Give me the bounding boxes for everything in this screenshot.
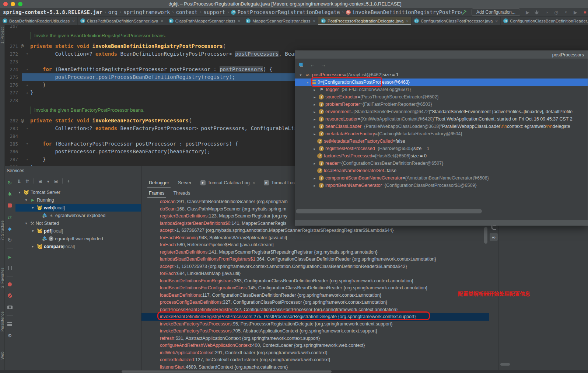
stack-frame-row[interactable]: registerBeanDefinitions:141, MapperScann…: [141, 249, 489, 256]
tab-classpathbeandefinitionscanner-java[interactable]: CClassPathBeanDefinitionScanner.java×: [78, 17, 166, 25]
breadcrumb-item[interactable]: minvokeBeanDefinitionRegistryPostProcess…: [346, 8, 462, 16]
stack-frame-row[interactable]: forEach:580, ReferencePipeline$Head {jav…: [141, 241, 489, 249]
tab-beandefinitionreaderutils-class[interactable]: CBeanDefinitionReaderUtils.class×: [0, 17, 78, 25]
stack-frame-row[interactable]: accept:-1, 1310725973 {org.springframewo…: [141, 263, 489, 271]
fold-marker-icon[interactable]: ▴: [26, 156, 28, 163]
fold-marker-icon[interactable]: ▾: [26, 125, 28, 132]
group-button[interactable]: ⊞: [38, 178, 42, 184]
variable-row[interactable]: ▾∞postProcessors = {ArrayList@6462} size…: [295, 71, 588, 79]
close-icon[interactable]: ×: [72, 19, 74, 23]
stack-frame-row[interactable]: invokeBeanFactoryPostProcessors:95, Post…: [141, 321, 489, 328]
fold-marker-icon[interactable]: ▾: [26, 140, 28, 148]
expand-button[interactable]: ⇊: [17, 178, 21, 184]
close-icon[interactable]: ×: [313, 19, 315, 23]
variable-row[interactable]: flocalBeanNameGeneratorSet = false: [295, 167, 588, 174]
close-icon[interactable]: ×: [238, 19, 240, 23]
filter-button[interactable]: ▼: [46, 178, 50, 184]
stack-frame-row[interactable]: refresh:531, AbstractApplicationContext …: [141, 335, 489, 342]
settings-button[interactable]: ⚙: [8, 332, 12, 339]
plus-button[interactable]: +: [67, 178, 70, 184]
variable-row[interactable]: fsetMetadataReaderFactoryCalled = false: [295, 137, 588, 145]
breadcrumb-item[interactable]: context: [176, 8, 197, 16]
refresh-button[interactable]: ↻: [8, 237, 12, 243]
services-tree-row[interactable]: ∗egrantweb:war exploded: [15, 212, 141, 219]
pause-button[interactable]: [8, 265, 12, 271]
stack-frame-row[interactable]: initWebApplicationContext:291, ContextLo…: [141, 349, 489, 357]
rerun-debug-button[interactable]: [7, 191, 12, 198]
tab-mapperscannerregistrar-class[interactable]: CMapperScannerRegistrar.class×: [243, 17, 318, 25]
services-tree-row[interactable]: ▾⚒Not Started: [15, 219, 141, 227]
caret-icon[interactable]: ▾: [563, 10, 569, 14]
code-line[interactable]: 267: [5, 25, 588, 30]
tool-window-button-2-favorites[interactable]: 2: Favorites: [0, 268, 5, 288]
play-icon[interactable]: ▶: [525, 10, 531, 15]
variable-row[interactable]: ▸fimportBeanNameGenerator = {Configurati…: [295, 182, 588, 189]
services-tree-row[interactable]: ▾web [local]: [15, 204, 141, 212]
tab-classpathmapperscanner-class[interactable]: CClassPathMapperScanner.class×: [166, 17, 243, 25]
variable-row[interactable]: ▾0 = {ConfigurationClassPostProcessor@64…: [295, 79, 588, 86]
services-tree-row[interactable]: ▾pdf [local]: [15, 227, 141, 235]
coverage-icon[interactable]: ◔: [544, 10, 550, 15]
stack-frame-row[interactable]: loadBeanDefinitionsFromRegistrars:363, C…: [141, 278, 489, 285]
variable-row[interactable]: ▸fmetadataReaderFactory = {CachingMetada…: [295, 130, 588, 137]
stack-frame-row[interactable]: configureAndRefreshWebApplicationContext…: [141, 342, 489, 349]
tool-window-button-web[interactable]: Web: [0, 352, 5, 359]
frames-horizontal-scrollbar[interactable]: [122, 370, 332, 373]
profiler-icon[interactable]: ◷: [553, 10, 559, 15]
variable-row[interactable]: ▸fsourceExtractor = {PassThroughSourceEx…: [295, 93, 588, 101]
fold-marker-icon[interactable]: ▾: [26, 50, 28, 58]
mute-button[interactable]: [8, 293, 12, 299]
stop-button[interactable]: [8, 202, 12, 209]
services-tree-row[interactable]: ▸compare [local]: [15, 243, 141, 250]
stack-frame-row[interactable]: processConfigBeanDefinitions:327, Config…: [141, 299, 489, 306]
variable-row[interactable]: ▸⚑logger = {SLF4JLocationAwareLog@6501}: [295, 86, 588, 93]
variable-row[interactable]: ▸fbeanClassLoader = {ParallelWebappClass…: [295, 123, 588, 130]
stack-frame-row[interactable]: loadBeanDefinitionsForConfigurationClass…: [141, 285, 489, 292]
stack-frame-row[interactable]: listenerStart:4689, StandardContext {org…: [141, 364, 489, 370]
breadcrumb-item[interactable]: CPostProcessorRegistrationDelegate: [231, 8, 340, 16]
open-in-variables-icon[interactable]: [299, 63, 304, 67]
stack-frame-row[interactable]: loadBeanDefinitions:117, ConfigurationCl…: [141, 292, 489, 299]
resume-button[interactable]: ▶: [7, 253, 13, 260]
close-icon[interactable]: ×: [253, 181, 255, 185]
forward-arrow-icon[interactable]: →: [321, 62, 326, 68]
tab-postprocessorregistrationdelegate-java[interactable]: CPostProcessorRegistrationDelegate.java×: [318, 17, 412, 25]
fold-marker-icon[interactable]: ▾: [26, 66, 28, 73]
variable-row[interactable]: ▸freader = {ConfigurationClassBeanDefini…: [295, 160, 588, 167]
tool-window-button-7-structure[interactable]: 7: Structure: [0, 220, 5, 240]
fold-marker-icon[interactable]: ▴: [26, 163, 28, 166]
tool-window-button-1-project[interactable]: 1: Project: [0, 27, 5, 43]
breadcrumb-item[interactable]: org: [108, 8, 118, 16]
debugger-tab-server[interactable]: Server: [174, 177, 195, 188]
stack-frame-row[interactable]: invokeBeanFactoryPostProcessors:705, Abs…: [141, 328, 489, 335]
build-hammer-icon[interactable]: [462, 10, 467, 15]
stack-frame-row[interactable]: accept:-1, 637366727 {org.mybatis.spring…: [141, 227, 489, 234]
breadcrumb-item[interactable]: springframework: [123, 8, 170, 16]
variable-row[interactable]: ▸fresourceLoader = {XmlWebApplicationCon…: [295, 115, 588, 123]
camera-button[interactable]: [7, 304, 13, 311]
subtab-threads[interactable]: Threads: [169, 188, 194, 199]
fold-marker-icon[interactable]: ▴: [26, 89, 28, 97]
stack-frame-row[interactable]: postProcessBeanDefinitionRegistry:232, C…: [141, 306, 489, 314]
layout-button[interactable]: [7, 321, 12, 327]
breadcrumb-item[interactable]: support: [203, 8, 225, 16]
add-configuration-button[interactable]: Add Configuration...: [472, 8, 520, 16]
play2-icon[interactable]: ▶: [573, 10, 578, 15]
addframe-button[interactable]: ⊞: [54, 178, 58, 184]
tab-configurationclasspostprocessor-java[interactable]: CConfigurationClassPostProcessor.java×: [412, 17, 501, 25]
close-window-button[interactable]: [3, 2, 8, 6]
variable-row[interactable]: ▸fcomponentScanBeanNameGenerator = {Anno…: [295, 174, 588, 182]
services-tree-row[interactable]: ▾Tomcat Server: [15, 188, 141, 196]
rerun-button[interactable]: ↻: [8, 179, 12, 186]
bug-icon[interactable]: [534, 10, 540, 15]
collapse-button[interactable]: ⇈: [25, 178, 29, 184]
tool-window-button-persistence[interactable]: Persistence: [0, 311, 5, 332]
variable-row[interactable]: ▸fproblemReporter = {FailFastProblemRepo…: [295, 101, 588, 108]
variables-horizontal-scrollbar[interactable]: [500, 363, 510, 366]
tab-configurationclassbeandefinitionreader-java[interactable]: CConfigurationClassBeanDefinitionReader.…: [501, 17, 588, 25]
services-tree-row[interactable]: ▾▶Running: [15, 196, 141, 204]
code-line[interactable]: 271@private static void invokeBeanDefini…: [5, 42, 588, 50]
stack-frame-row[interactable]: forEachRemaining:948, Spliterators$Array…: [141, 234, 489, 242]
frames-vertical-scrollbar[interactable]: [484, 227, 487, 244]
breadcrumb-item[interactable]: spring-context-5.1.8.RELEASE.jar: [3, 8, 102, 16]
